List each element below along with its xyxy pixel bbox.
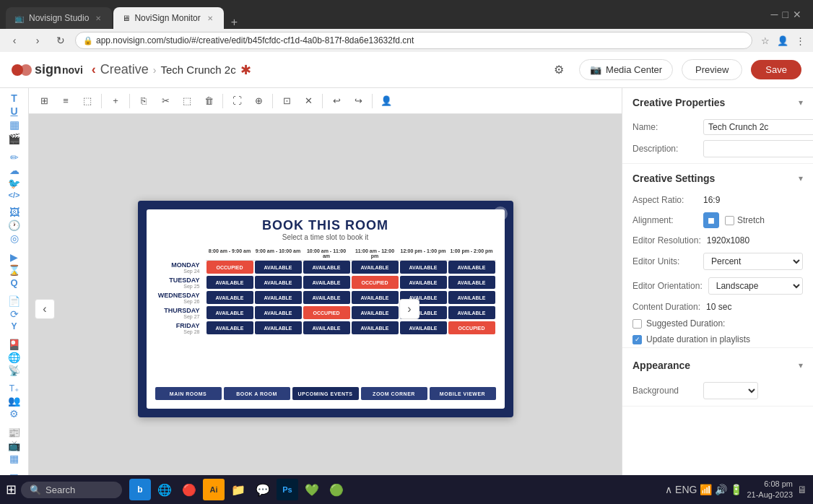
creative-settings-header[interactable]: Creative Settings ▾: [622, 164, 813, 191]
bookmark-icon[interactable]: ☆: [758, 33, 773, 48]
canvas-center-btn[interactable]: ⊡: [277, 92, 296, 110]
canvas-undo-btn[interactable]: ↩: [327, 92, 346, 110]
refresh-widget-tool[interactable]: ⟳: [3, 308, 26, 320]
taskbar-app-browser2[interactable]: 🌐: [154, 479, 175, 500]
editor-orientation-select[interactable]: Landscape Portrait: [708, 277, 803, 295]
canvas-frame-btn[interactable]: ⬚: [78, 92, 97, 110]
start-button[interactable]: ⊞: [6, 482, 17, 498]
web-tool[interactable]: 🌐: [3, 352, 26, 363]
canvas-add-btn[interactable]: +: [106, 92, 125, 110]
update-duration-checkbox[interactable]: ✓: [632, 335, 642, 344]
tab-close-studio[interactable]: ✕: [93, 13, 103, 23]
settings-button[interactable]: ⚙: [547, 58, 570, 82]
slot-thu-4[interactable]: AVAILABLE: [352, 306, 399, 319]
slot-tue-4[interactable]: OCCUPIED: [352, 276, 399, 289]
canvas-redo-btn[interactable]: ↪: [349, 92, 368, 110]
background-select[interactable]: [703, 382, 758, 399]
slot-fri-3[interactable]: AVAILABLE: [303, 321, 350, 334]
tab-close-monitor[interactable]: ✕: [205, 13, 215, 23]
chevron-up-icon[interactable]: ∧: [665, 484, 672, 495]
taskbar-app-edge[interactable]: b: [129, 479, 151, 500]
slot-mon-5[interactable]: AVAILABLE: [400, 261, 447, 274]
canvas-grid-btn[interactable]: ⊞: [35, 92, 53, 110]
creative-properties-header[interactable]: Creative Properties ▾: [622, 88, 813, 116]
slot-fri-2[interactable]: AVAILABLE: [255, 321, 302, 334]
canvas-nav-left-btn[interactable]: ‹: [35, 299, 55, 319]
slot-wed-1[interactable]: AVAILABLE: [206, 291, 253, 304]
footer-mobile-viewer[interactable]: MOBILE VIEWER: [430, 387, 496, 400]
qr-tool[interactable]: Q: [3, 277, 26, 288]
footer-zoom-corner[interactable]: ZOOM CORNER: [361, 387, 427, 400]
canvas-delete-btn[interactable]: 🗑: [199, 92, 218, 110]
slot-tue-2[interactable]: AVAILABLE: [255, 276, 302, 289]
slot-thu-6[interactable]: AVAILABLE: [448, 306, 495, 319]
tab-novisign-monitor[interactable]: 🖥 NoviSign Monitor ✕: [113, 7, 223, 29]
slot-tue-3[interactable]: AVAILABLE: [303, 276, 350, 289]
taskbar-app-photoshop[interactable]: Ps: [277, 479, 298, 500]
canvas-list-btn[interactable]: ≡: [56, 92, 75, 110]
slot-mon-6[interactable]: AVAILABLE: [448, 261, 495, 274]
canvas-cut-btn[interactable]: ✂: [156, 92, 175, 110]
clock-tool[interactable]: 🕐: [3, 220, 26, 231]
slot-thu-1[interactable]: AVAILABLE: [206, 306, 253, 319]
refresh-button[interactable]: ↻: [52, 32, 69, 49]
footer-upcoming-events[interactable]: UPCOMING EVENTS: [292, 387, 359, 400]
canvas-paste-btn[interactable]: ⬚: [178, 92, 196, 110]
text-plus-tool[interactable]: T₊: [3, 383, 26, 394]
slot-tue-6[interactable]: AVAILABLE: [448, 276, 495, 289]
slot-fri-5[interactable]: AVAILABLE: [400, 321, 447, 334]
people-tool[interactable]: 👥: [3, 395, 26, 407]
slot-wed-2[interactable]: AVAILABLE: [255, 291, 302, 304]
timer-tool[interactable]: ⌛: [3, 264, 26, 276]
taskbar-app-whatsapp[interactable]: 💚: [301, 479, 323, 500]
address-bar[interactable]: 🔒 app.novisign.com/studio/#/creative/edi…: [75, 32, 752, 49]
slot-mon-3[interactable]: AVAILABLE: [303, 261, 350, 274]
slot-wed-3[interactable]: AVAILABLE: [303, 291, 350, 304]
slot-mon-2[interactable]: AVAILABLE: [255, 261, 302, 274]
profile-icon[interactable]: 👤: [775, 33, 790, 48]
canvas-expand-btn[interactable]: ⊕: [249, 92, 268, 110]
canvas-add-user-btn[interactable]: 👤: [377, 92, 396, 110]
slot-fri-6[interactable]: OCCUPIED: [448, 321, 495, 334]
back-button[interactable]: ‹: [6, 32, 23, 49]
align-topleft-btn[interactable]: ◼: [703, 212, 719, 228]
taskbar-app-illustrator[interactable]: Ai: [203, 479, 225, 500]
document-tool[interactable]: 📄: [3, 295, 26, 307]
menu-icon[interactable]: ⋮: [793, 33, 807, 48]
media-center-button[interactable]: 📷 Media Center: [579, 59, 673, 80]
description-input[interactable]: [703, 140, 813, 157]
new-tab-button[interactable]: +: [225, 16, 243, 29]
breadcrumb-back[interactable]: ‹: [92, 62, 96, 77]
taskbar-app-files[interactable]: 📁: [227, 479, 249, 500]
taskbar-app-skype[interactable]: 💬: [252, 479, 274, 500]
save-button[interactable]: Save: [751, 60, 801, 79]
slot-thu-2[interactable]: AVAILABLE: [255, 306, 302, 319]
signal-tool[interactable]: 📡: [3, 365, 26, 376]
canvas-remove-btn[interactable]: ✕: [299, 92, 318, 110]
canvas-fullscreen-btn[interactable]: ⛶: [227, 92, 246, 110]
canvas-nav-right-btn[interactable]: ›: [399, 299, 419, 319]
weather-tool[interactable]: ☁: [3, 165, 26, 176]
slot-wed-4[interactable]: AVAILABLE: [352, 291, 399, 304]
canvas-copy-btn[interactable]: ⎘: [134, 92, 153, 110]
underline-tool[interactable]: U: [3, 105, 26, 117]
image-tool[interactable]: 🖼: [3, 207, 26, 218]
stretch-checkbox[interactable]: [725, 216, 734, 225]
draw-tool[interactable]: ✏: [3, 152, 26, 163]
taskbar-app-chrome[interactable]: 🔴: [178, 479, 200, 500]
forward-button[interactable]: ›: [29, 32, 46, 49]
slot-mon-1[interactable]: OCCUPIED: [206, 261, 253, 274]
notification-icon[interactable]: 🖥: [797, 484, 807, 495]
widget-tool[interactable]: ⚙: [3, 408, 26, 420]
name-input[interactable]: [703, 119, 813, 135]
close-button[interactable]: ✕: [793, 9, 801, 20]
preview-button[interactable]: Preview: [682, 59, 742, 80]
appearance-header[interactable]: Appearance ▾: [622, 351, 813, 378]
maximize-button[interactable]: □: [783, 9, 788, 20]
slot-fri-1[interactable]: AVAILABLE: [206, 321, 253, 334]
grid-tool[interactable]: ▦: [3, 118, 26, 131]
text-tool[interactable]: T: [3, 92, 26, 104]
slot-mon-4[interactable]: AVAILABLE: [352, 261, 399, 274]
twitter-tool[interactable]: 🐦: [3, 178, 26, 189]
taskbar-search[interactable]: 🔍 Search: [21, 482, 122, 498]
